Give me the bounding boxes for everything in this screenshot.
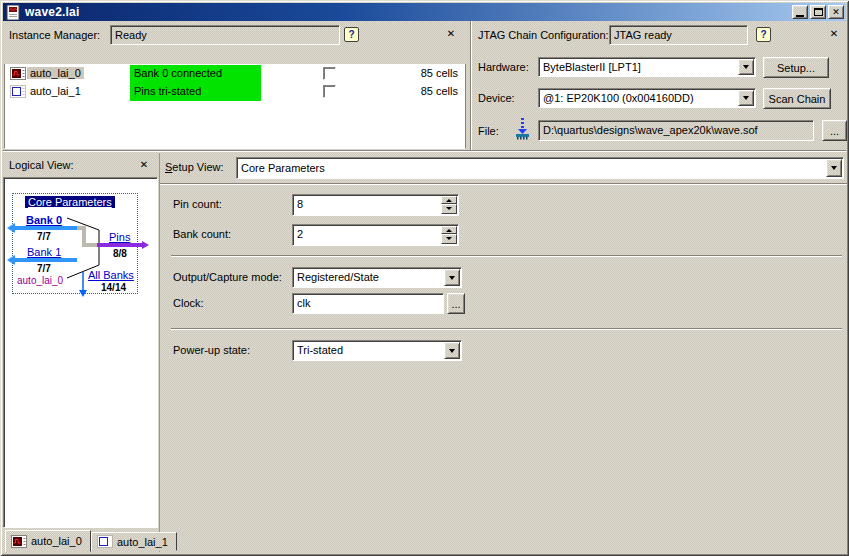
- instance-list: auto_lai_0 Bank 0 connected 85 cells aut…: [4, 64, 466, 149]
- chevron-down-icon[interactable]: [444, 269, 460, 286]
- device-value: @1: EP20K100 (0x004160DD): [543, 92, 694, 104]
- setup-button[interactable]: Setup...: [763, 57, 829, 78]
- chevron-down-icon[interactable]: [738, 59, 754, 75]
- toolbar-divider: [160, 183, 847, 185]
- device-label: Device:: [478, 92, 515, 104]
- logical-view-content: Core Parameters Bank 0 7/7 Bank 1 7/7 au…: [3, 177, 158, 528]
- instance-name[interactable]: auto_lai_1: [27, 85, 84, 97]
- lai-instance-enabled-icon: [10, 67, 26, 80]
- close-icon: ✕: [447, 28, 455, 39]
- spin-down-icon[interactable]: [441, 234, 457, 244]
- bank-count-value: 2: [293, 225, 458, 240]
- chevron-down-icon[interactable]: [738, 90, 754, 106]
- form-divider: [171, 328, 842, 330]
- les-count: 85 cells: [421, 67, 458, 79]
- instance-manager-status-field: Ready: [110, 25, 340, 45]
- logical-view-close-button[interactable]: ✕: [136, 158, 152, 173]
- node-pins[interactable]: Pins: [109, 231, 130, 243]
- maximize-icon: [814, 8, 823, 16]
- close-icon: ✕: [140, 159, 148, 170]
- pin-count-stepper[interactable]: 8: [292, 194, 459, 216]
- logical-view-panel: Logical View: ✕: [3, 153, 158, 528]
- scan-chain-button[interactable]: Scan Chain: [763, 88, 831, 109]
- hardware-value: ByteBlasterII [LPT1]: [543, 61, 641, 73]
- bank-count-stepper[interactable]: 2: [292, 224, 459, 246]
- pin-count-label: Pin count:: [173, 198, 222, 210]
- chevron-down-icon[interactable]: [826, 159, 842, 177]
- spin-up-icon[interactable]: [441, 226, 457, 234]
- close-button[interactable]: ✕: [828, 5, 844, 19]
- node-all-banks[interactable]: All Banks: [88, 269, 134, 281]
- instance-label: auto_lai_0: [17, 275, 63, 286]
- instance-manager-status: Ready: [111, 26, 339, 41]
- jtag-status: JTAG ready: [610, 26, 747, 41]
- table-row[interactable]: auto_lai_1 Pins tri-stated 85 cells: [5, 83, 464, 101]
- powerup-state-value: Tri-stated: [297, 344, 343, 356]
- node-core-parameters[interactable]: Core Parameters: [25, 196, 115, 208]
- lai-file-icon: [5, 5, 21, 20]
- status-badge: Pins tri-stated: [130, 83, 261, 101]
- minimize-button[interactable]: [792, 5, 808, 19]
- instance-manager-help-button[interactable]: ?: [344, 27, 359, 42]
- close-icon: ✕: [832, 8, 840, 17]
- logical-view-title: Logical View:: [9, 159, 74, 171]
- instance-manager-label: Instance Manager:: [9, 29, 100, 41]
- spin-up-icon[interactable]: [441, 196, 457, 204]
- jtag-help-button[interactable]: ?: [756, 27, 771, 42]
- tab-auto-lai-1[interactable]: auto_lai_1: [91, 532, 177, 551]
- instance-manager-panel: Instance Manager: Ready ? ✕ Instance Sta…: [3, 21, 466, 150]
- lai-instance-empty-icon: [97, 535, 113, 548]
- les-count: 85 cells: [421, 85, 458, 97]
- setup-view-value: Core Parameters: [241, 162, 325, 174]
- instance-manager-close-button[interactable]: ✕: [443, 27, 459, 42]
- node-bank0[interactable]: Bank 0: [26, 214, 62, 226]
- minimize-icon: [796, 15, 804, 17]
- section-divider: [3, 150, 846, 152]
- chevron-down-icon[interactable]: [444, 342, 460, 359]
- tab-label: auto_lai_0: [31, 535, 82, 547]
- panel-divider: [470, 21, 471, 150]
- node-bank1[interactable]: Bank 1: [27, 246, 61, 258]
- output-mode-value: Registered/State: [297, 271, 379, 283]
- all-banks-count: 14/14: [101, 282, 126, 293]
- file-browse-button[interactable]: ...: [822, 120, 847, 141]
- lai-instance-empty-icon: [10, 85, 26, 98]
- output-mode-label: Output/Capture mode:: [173, 271, 282, 283]
- powerup-state-label: Power-up state:: [173, 344, 250, 356]
- help-icon: ?: [760, 29, 766, 40]
- close-icon: ✕: [830, 28, 838, 39]
- setup-view-select[interactable]: Core Parameters: [236, 157, 844, 179]
- jtag-close-button[interactable]: ✕: [826, 27, 842, 42]
- file-path-value: D:\quartus\designs\wave_apex20k\wave.sof: [539, 121, 813, 136]
- spin-down-icon[interactable]: [441, 204, 457, 214]
- output-mode-select[interactable]: Registered/State: [292, 267, 462, 288]
- file-label: File:: [478, 125, 499, 137]
- device-select[interactable]: @1: EP20K100 (0x004160DD): [538, 88, 756, 108]
- bank1-count: 7/7: [37, 263, 51, 274]
- clock-field[interactable]: clk: [292, 293, 444, 314]
- window-title: wave2.lai: [25, 5, 80, 19]
- lai-instance-enabled-icon: [11, 535, 27, 548]
- hardware-label: Hardware:: [478, 61, 529, 73]
- pins-count: 8/8: [113, 248, 127, 259]
- bank0-count: 7/7: [37, 231, 51, 242]
- help-icon: ?: [348, 29, 354, 40]
- table-row[interactable]: auto_lai_0 Bank 0 connected 85 cells: [5, 65, 464, 83]
- jtag-chain-panel: JTAG Chain Configuration: JTAG ready ? ✕…: [471, 21, 846, 150]
- instance-name[interactable]: auto_lai_0: [27, 67, 84, 79]
- maximize-button[interactable]: [810, 5, 826, 19]
- setup-view-area: Setup View: Core Parameters Pin count: 8…: [159, 153, 846, 552]
- bank-count-label: Bank count:: [173, 228, 231, 240]
- file-path-field[interactable]: D:\quartus\designs\wave_apex20k\wave.sof: [538, 120, 814, 141]
- hardware-select[interactable]: ByteBlasterII [LPT1]: [538, 57, 756, 77]
- title-bar[interactable]: wave2.lai ✕: [3, 3, 846, 21]
- incremental-compilation-checkbox[interactable]: [323, 85, 336, 98]
- tab-auto-lai-0[interactable]: auto_lai_0: [5, 530, 91, 552]
- incremental-compilation-checkbox[interactable]: [323, 67, 336, 80]
- pin-count-value: 8: [293, 195, 458, 210]
- clock-label: Clock:: [173, 297, 204, 309]
- powerup-state-select[interactable]: Tri-stated: [292, 340, 462, 361]
- clock-browse-button[interactable]: ...: [447, 293, 465, 314]
- form-divider: [171, 255, 842, 257]
- jtag-status-field: JTAG ready: [609, 25, 748, 45]
